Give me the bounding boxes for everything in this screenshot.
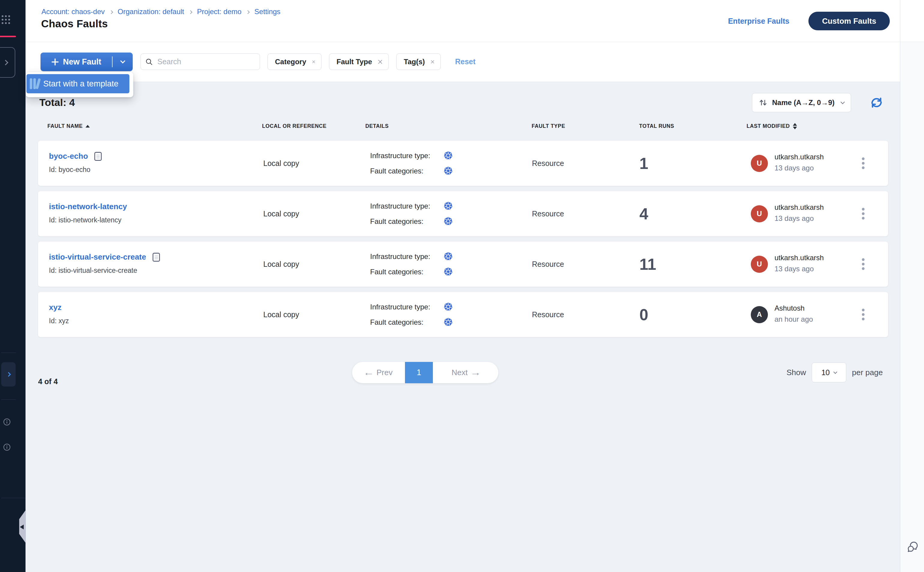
fault-type-value: Resource (532, 242, 564, 287)
template-library-icon (29, 77, 41, 90)
prev-page-button[interactable]: ← Prev (352, 368, 405, 377)
column-total-runs: TOTAL RUNS (639, 122, 674, 130)
page-title: Chaos Faults (41, 18, 108, 30)
local-or-reference-value: Local copy (263, 242, 299, 287)
fault-name-link[interactable]: xyz (49, 303, 62, 312)
details-cell: Infrastructure type: Fault categories: (370, 292, 453, 337)
avatar[interactable]: A (751, 306, 768, 323)
filter-chip-fault-type[interactable]: Fault Type (329, 53, 389, 70)
next-page-button[interactable]: Next → (433, 368, 498, 377)
new-fault-button[interactable]: New Fault (40, 53, 133, 71)
main-area: Account: chaos-dev Organization: default… (25, 0, 900, 572)
avatar[interactable]: U (751, 155, 768, 172)
sort-dropdown[interactable]: Name (A→Z, 0→9) (752, 93, 851, 112)
per-page-label: per page (852, 368, 883, 377)
chip-label: Fault Type (336, 58, 372, 66)
row-menu-button[interactable] (862, 309, 865, 320)
sidebar-divider (1, 498, 25, 498)
close-icon[interactable] (312, 59, 315, 65)
new-fault-label: New Fault (63, 58, 101, 67)
local-or-reference-value: Local copy (263, 292, 299, 337)
column-fault-type: FAULT TYPE (532, 122, 565, 130)
column-last-modified[interactable]: LAST MODIFIED (747, 122, 797, 130)
nav-module-item[interactable] (1, 362, 16, 387)
left-nav-sidebar (0, 0, 25, 572)
modified-time: 13 days ago (775, 164, 824, 172)
enterprise-faults-link[interactable]: Enterprise Faults (728, 17, 789, 25)
custom-faults-button[interactable]: Custom Faults (809, 12, 890, 30)
local-or-reference-value: Local copy (263, 141, 299, 186)
chat-help-icon[interactable] (906, 540, 919, 553)
sort-asc-icon (86, 125, 90, 127)
search-box (140, 53, 260, 70)
column-fault-name[interactable]: FAULT NAME (47, 122, 90, 130)
breadcrumb-project[interactable]: Project: demo (197, 8, 241, 16)
fault-name-link[interactable]: istio-network-latency (49, 202, 127, 211)
fault-name-link[interactable]: byoc-echo (49, 152, 88, 161)
details-cell: Infrastructure type: Fault categories: (370, 191, 453, 236)
filter-chip-category[interactable]: Category (268, 53, 322, 70)
sidebar-divider (1, 399, 16, 400)
local-or-reference-value: Local copy (263, 191, 299, 236)
fault-id: Id: istio-network-latency (49, 216, 121, 224)
table-header-row: FAULT NAME LOCAL OR REFERENCE DETAILS FA… (25, 122, 900, 130)
table-row: xyz Id: xyz Local copy Infrastructure ty… (38, 292, 888, 337)
pagination-range: 4 of 4 (38, 377, 58, 386)
search-input[interactable] (157, 58, 255, 66)
kubernetes-icon (443, 166, 453, 176)
total-runs-value: 0 (639, 292, 648, 337)
nav-expand-button[interactable] (0, 47, 15, 78)
row-menu-button[interactable] (862, 258, 865, 270)
info-icon[interactable] (3, 443, 11, 451)
table-row: istio-virtual-service-create Id: istio-v… (38, 241, 888, 287)
fault-type-value: Resource (532, 141, 564, 186)
collapse-arrow-icon (20, 525, 24, 529)
kubernetes-icon (443, 267, 453, 277)
close-icon[interactable] (378, 59, 383, 65)
breadcrumb-organization[interactable]: Organization: default (118, 8, 184, 16)
accent-bar (0, 36, 16, 37)
chevron-right-icon (3, 60, 8, 65)
avatar[interactable]: U (751, 205, 768, 222)
chevron-right-icon (6, 372, 11, 377)
sidebar-divider (1, 353, 16, 353)
table-row: istio-network-latency Id: istio-network-… (38, 191, 888, 236)
toolbar: New Fault Category Fault Type Tag(s) Res… (25, 42, 900, 82)
module-grid-icon[interactable] (1, 14, 11, 25)
row-menu-button[interactable] (862, 157, 865, 169)
last-modified-cell: U utkarsh.utkarsh 13 days ago (751, 242, 824, 287)
total-count: Total: 4 (39, 96, 75, 108)
chevron-right-icon (246, 10, 250, 14)
pagination-bar: ← Prev 1 Next → (352, 362, 498, 383)
breadcrumb-account[interactable]: Account: chaos-dev (41, 8, 105, 16)
modified-time: an hour ago (775, 315, 813, 323)
modified-time: 13 days ago (775, 265, 824, 273)
kubernetes-icon (443, 201, 453, 211)
chevron-down-icon (840, 100, 845, 104)
fault-id: Id: xyz (49, 317, 69, 325)
filter-chip-tags[interactable]: Tag(s) (396, 53, 441, 70)
row-menu-button[interactable] (862, 208, 865, 220)
fault-type-value: Resource (532, 292, 564, 337)
column-local-or-reference: LOCAL OR REFERENCE (262, 122, 327, 130)
reset-filters-link[interactable]: Reset (455, 53, 476, 70)
info-icon[interactable] (3, 418, 11, 426)
page-size-select[interactable]: 10 (812, 362, 846, 382)
new-fault-caret[interactable] (113, 61, 133, 63)
document-icon[interactable] (94, 152, 102, 161)
fault-name-link[interactable]: istio-virtual-service-create (49, 252, 146, 262)
fault-id: Id: byoc-echo (49, 166, 90, 174)
total-runs-value: 1 (639, 141, 648, 186)
close-icon[interactable] (431, 59, 434, 65)
avatar[interactable]: U (751, 256, 768, 273)
document-icon[interactable] (152, 253, 160, 262)
details-cell: Infrastructure type: Fault categories: (370, 242, 453, 287)
page-header: Account: chaos-dev Organization: default… (25, 0, 900, 42)
plus-icon (51, 58, 59, 66)
breadcrumb: Account: chaos-dev Organization: default… (41, 8, 280, 16)
breadcrumb-settings[interactable]: Settings (254, 8, 280, 16)
kubernetes-icon (443, 302, 453, 312)
refresh-icon[interactable] (870, 96, 884, 109)
current-page-button[interactable]: 1 (405, 362, 433, 383)
start-with-template-menu-item[interactable]: Start with a template (26, 74, 129, 93)
